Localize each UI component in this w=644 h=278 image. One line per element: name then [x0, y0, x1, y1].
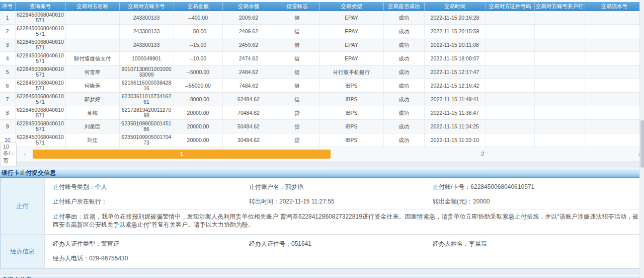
cell-amount: --8000.00 [174, 93, 222, 106]
cell-counterparty-card: 6235010990500170473 [119, 133, 174, 147]
cell-serial [585, 106, 644, 120]
transaction-row[interactable]: 10 6228450068040610571 刘佳 62350109905001… [0, 133, 644, 147]
cell-row-number: 1 [0, 11, 15, 25]
cell-query-account: 6228450068040610571 [15, 106, 65, 120]
cell-counterparty-cert [486, 106, 534, 120]
page-button-1[interactable]: 1 [33, 150, 330, 159]
cell-debit-credit-flag: 借 [275, 52, 319, 65]
cell-amount: --50.00 [174, 25, 222, 38]
cell-transaction-type: EPAY [319, 52, 383, 65]
cell-debit-credit-flag: 借 [275, 79, 319, 93]
cell-counterparty-card: 243300133 [119, 11, 174, 25]
transaction-column-header: 查询账号 [15, 2, 65, 11]
cell-debit-credit-flag: 贷 [275, 106, 319, 120]
cell-success: 成功 [383, 65, 424, 79]
field-agent-phone: 经办人电话：029-86755430 [45, 251, 241, 266]
transaction-row[interactable]: 1 6228450068040610571 243300133 --400.00… [0, 11, 644, 25]
cell-time: 2022-11-15 11:34:25 [424, 120, 486, 133]
stop-payment-content: 止付账号类别：个人 止付账户名：郭梦艳 止付账/卡号：6228450068040… [45, 178, 643, 234]
field-account-name: 止付账户名：郭梦艳 [241, 180, 425, 194]
cell-counterparty-name: 何晓芳 [65, 79, 119, 93]
transaction-column-header: 交易对方名称 [65, 2, 119, 11]
cell-time: 2022-11-15 11:49:41 [424, 93, 486, 106]
cell-serial [585, 93, 644, 106]
cell-counterparty-bank [534, 106, 585, 120]
transaction-column-header: 交易对方账卡号 [119, 2, 174, 11]
stop-payment-section-title: 银行卡止付提交信息 [0, 168, 644, 178]
cell-counterparty-name [65, 25, 119, 38]
transaction-column-header: 交易是否成功 [383, 2, 424, 11]
transaction-row[interactable]: 2 6228450068040610571 243300133 --50.00 … [0, 25, 644, 38]
stop-payment-reason: 止付事由：近期，我单位在接报刘妮被骗警情中，发现涉案人员利用贵单位相关账户 曹鸿… [45, 209, 643, 232]
cell-balance: 2009.62 [222, 11, 275, 25]
cell-success: 成功 [383, 106, 424, 120]
cell-amount: 20000.00 [174, 120, 222, 133]
cell-debit-credit-flag: 借 [275, 93, 319, 106]
transaction-row[interactable]: 8 6228450068040610571 黄梅 621728194200112… [0, 106, 644, 120]
page-button-2[interactable]: 2 [334, 150, 631, 159]
transaction-column-header: 序号 [0, 2, 15, 11]
transaction-column-header: 交易对方账号开户行 [534, 2, 585, 11]
cell-counterparty-cert [486, 38, 534, 52]
transaction-column-header: 交易金额 [174, 2, 222, 11]
section-gap [0, 268, 644, 275]
cell-counterparty-name: 财付通微信支付 [65, 52, 119, 65]
cell-serial [585, 52, 644, 65]
stop-payment-section: 银行卡止付提交信息 止付 止付账号类别：个人 止付账户名：郭梦艳 止付账/卡号：… [0, 168, 644, 268]
cell-query-account: 6228450068040610571 [15, 52, 65, 65]
transaction-row[interactable]: 6 6228450068040610571 何晓芳 62166116000038… [0, 79, 644, 93]
cell-amount: --15.00 [174, 38, 222, 52]
cell-time: 2022-11-15 20:11:08 [424, 38, 486, 52]
cell-balance: 2409.62 [222, 25, 275, 38]
cell-counterparty-bank [534, 25, 585, 38]
transaction-table-header-row: 序号查询账号交易对方名称交易对方账卡号交易金额交易余额借贷标志交易类型交易是否成… [0, 2, 644, 11]
cell-balance: 2484.62 [222, 65, 275, 79]
cell-transaction-type: IBPS [319, 79, 383, 93]
cell-success: 成功 [383, 120, 424, 133]
cell-time: 2022-11-15 18:08:07 [424, 52, 486, 65]
cell-counterparty-card: 243300133 [119, 38, 174, 52]
cell-success: 成功 [383, 25, 424, 38]
cell-counterparty-name: 刘佳 [65, 133, 119, 147]
cell-counterparty-cert [486, 11, 534, 25]
cell-counterparty-cert [486, 120, 534, 133]
field-account-bank: 止付账户所在银行： [45, 194, 241, 209]
transaction-row[interactable]: 9 6228450068040610571 刘星臣 62350109905001… [0, 120, 644, 133]
cell-transaction-type: EPAY [319, 25, 383, 38]
prev-page-button[interactable]: ‹ [20, 150, 29, 159]
cell-query-account: 6228450068040610571 [15, 120, 65, 133]
cell-counterparty-bank [534, 65, 585, 79]
cell-counterparty-card: 6230361101073416261 [119, 93, 174, 106]
transaction-row[interactable]: 3 6228450068040610571 243300133 --15.00 … [0, 38, 644, 52]
cell-balance: 62484.62 [222, 93, 275, 106]
page-size-select[interactable]: 10条/页 ˅ [0, 142, 17, 166]
transaction-column-header: 交易流水号 [585, 2, 644, 11]
vertical-scrollbar-thumb[interactable] [640, 120, 644, 168]
cell-row-number: 3 [0, 38, 15, 52]
cell-counterparty-name: 郭梦婷 [65, 93, 119, 106]
cell-serial [585, 38, 644, 52]
cell-row-number: 4 [0, 52, 15, 65]
cell-amount: --10.00 [174, 52, 222, 65]
transaction-row[interactable]: 4 6228450068040610571 财付通微信支付 1000049901… [0, 52, 644, 65]
cell-success: 成功 [383, 38, 424, 52]
cell-debit-credit-flag: 借 [275, 65, 319, 79]
cell-debit-credit-flag: 借 [275, 25, 319, 38]
cell-balance: 7484.62 [222, 79, 275, 93]
cell-row-number: 8 [0, 106, 15, 120]
cell-counterparty-card: 6235010990500145186 [119, 120, 174, 133]
cell-transaction-type: IBPS [319, 106, 383, 120]
cell-success: 成功 [383, 93, 424, 106]
cell-serial [585, 65, 644, 79]
cell-serial [585, 133, 644, 147]
transaction-results-zone: 序号查询账号交易对方名称交易对方账卡号交易金额交易余额借贷标志交易类型交易是否成… [0, 0, 644, 161]
cell-transaction-type: IBPS [319, 133, 383, 147]
cell-debit-credit-flag: 贷 [275, 120, 319, 133]
vertical-scrollbar-track[interactable] [639, 0, 644, 278]
cell-transaction-type: IBPS [319, 93, 383, 106]
transaction-row[interactable]: 7 6228450068040610571 郭梦婷 62303611010734… [0, 93, 644, 106]
chevron-down-icon: ˅ [11, 153, 14, 156]
cell-counterparty-bank [534, 93, 585, 106]
cell-time: 2022-11-15 11:33:10 [424, 133, 486, 147]
transaction-row[interactable]: 5 6228450068040610571 何雪琴 90107130801001… [0, 65, 644, 79]
